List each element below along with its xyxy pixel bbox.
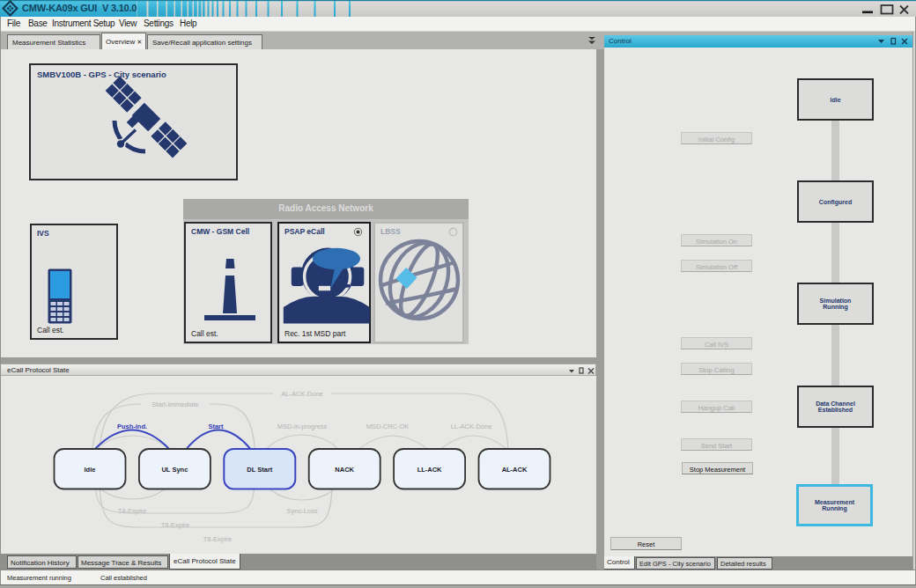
svg-text:T8-Expire: T8-Expire	[203, 535, 233, 543]
svg-text:Push-ind.: Push-ind.	[117, 423, 147, 430]
svg-text:DL Start: DL Start	[247, 466, 273, 474]
svg-text:AL-ACK-Done: AL-ACK-Done	[281, 390, 323, 398]
svg-text:T8-Expire: T8-Expire	[161, 521, 190, 529]
svg-text:LL-ACK-Done: LL-ACK-Done	[451, 423, 492, 430]
svg-text:Start-Immediate: Start-Immediate	[151, 401, 198, 408]
svg-text:MSD-in-progress: MSD-in-progress	[277, 423, 328, 430]
svg-text:AL-ACK: AL-ACK	[502, 466, 528, 474]
svg-text:T4-Expire: T4-Expire	[118, 507, 147, 515]
svg-text:NACK: NACK	[335, 466, 354, 474]
svg-text:Sync-Loss: Sync-Loss	[286, 507, 317, 515]
svg-text:MSD-CRC-OK: MSD-CRC-OK	[366, 423, 410, 430]
svg-text:UL Sync: UL Sync	[161, 466, 188, 474]
svg-text:Start: Start	[208, 423, 224, 430]
svg-text:Idle: Idle	[85, 466, 96, 474]
svg-text:LL-ACK: LL-ACK	[417, 466, 442, 474]
